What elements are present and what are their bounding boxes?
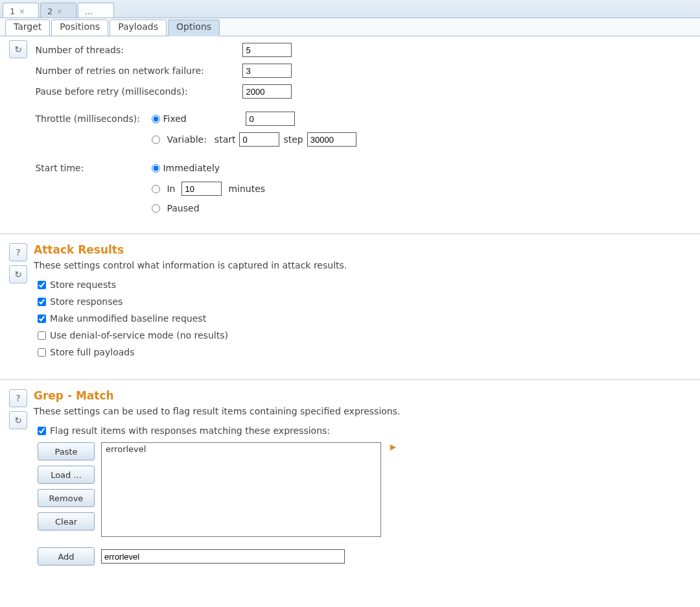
variable-start-input[interactable] xyxy=(239,132,279,147)
pause-input[interactable] xyxy=(242,84,292,99)
immediately-label: Immediately xyxy=(163,163,220,173)
step-label: step xyxy=(283,134,303,145)
store-responses-label: Store responses xyxy=(50,296,122,307)
grep-expressions-list[interactable]: errorlevel xyxy=(101,442,381,537)
session-tab-2[interactable]: 2× xyxy=(40,3,76,18)
starttime-label: Start time: xyxy=(35,163,152,173)
intruder-tabs: Target Positions Payloads Options xyxy=(0,18,700,36)
threads-label: Number of threads: xyxy=(35,45,242,55)
flag-items-checkbox[interactable] xyxy=(38,427,46,435)
tab-payloads[interactable]: Payloads xyxy=(110,19,167,36)
start-paused-radio[interactable] xyxy=(152,204,160,213)
start-label: start xyxy=(215,134,236,145)
close-icon[interactable]: × xyxy=(56,7,62,16)
tab-positions[interactable]: Positions xyxy=(51,19,108,36)
store-payloads-checkbox[interactable] xyxy=(38,348,46,357)
retries-input[interactable] xyxy=(242,64,292,78)
store-requests-checkbox[interactable] xyxy=(38,281,46,289)
in-label: In xyxy=(167,184,175,194)
throttle-fixed-radio[interactable] xyxy=(152,115,160,123)
clear-button[interactable]: Clear xyxy=(38,512,95,530)
session-tab-1[interactable]: 1× xyxy=(3,3,39,18)
tab-label: 2 xyxy=(47,6,52,16)
throttle-fixed-input[interactable] xyxy=(246,112,295,126)
start-immediately-radio[interactable] xyxy=(152,164,160,173)
pause-label: Pause before retry (milliseconds): xyxy=(35,86,242,97)
close-icon[interactable]: × xyxy=(19,7,25,16)
options-panel: ↻ Number of threads: Number of retries o… xyxy=(0,36,700,578)
start-in-radio[interactable] xyxy=(152,185,160,193)
paste-button[interactable]: Paste xyxy=(38,442,95,460)
list-item[interactable]: errorlevel xyxy=(102,443,380,455)
session-tabs: 1× 2× ... xyxy=(0,0,700,18)
grep-match-desc: These settings can be used to flag resul… xyxy=(34,406,700,416)
throttle-label: Throttle (milliseconds): xyxy=(35,113,152,124)
minutes-label: minutes xyxy=(228,184,265,194)
refresh-icon[interactable]: ↻ xyxy=(9,265,27,283)
refresh-icon[interactable]: ↻ xyxy=(9,40,27,58)
grep-match-title: Grep - Match xyxy=(34,389,700,402)
store-payloads-label: Store full payloads xyxy=(50,347,134,357)
retries-label: Number of retries on network failure: xyxy=(35,65,242,76)
help-icon[interactable]: ? xyxy=(9,389,27,407)
dos-mode-checkbox[interactable] xyxy=(38,331,46,340)
add-button[interactable]: Add xyxy=(38,547,95,565)
tab-target[interactable]: Target xyxy=(5,19,50,36)
flag-items-label: Flag result items with responses matchin… xyxy=(50,425,330,436)
paused-label: Paused xyxy=(167,203,199,213)
remove-button[interactable]: Remove xyxy=(38,489,95,507)
tab-options[interactable]: Options xyxy=(168,19,220,36)
store-responses-checkbox[interactable] xyxy=(38,298,46,306)
store-requests-label: Store requests xyxy=(50,280,116,290)
session-tab-new[interactable]: ... xyxy=(78,3,114,18)
request-engine-form: Number of threads: Number of retries on … xyxy=(30,40,683,218)
throttle-variable-radio[interactable] xyxy=(152,136,160,144)
load-button[interactable]: Load ... xyxy=(38,466,95,484)
fixed-label: Fixed xyxy=(163,113,246,124)
threads-input[interactable] xyxy=(242,43,292,57)
add-expression-input[interactable] xyxy=(101,549,345,564)
expand-icon[interactable]: ▶ xyxy=(390,442,396,451)
variable-label: Variable: xyxy=(167,134,206,145)
help-icon[interactable]: ? xyxy=(9,243,27,261)
tab-label: 1 xyxy=(10,6,15,16)
start-in-input[interactable] xyxy=(181,182,222,196)
tab-label: ... xyxy=(85,6,93,16)
baseline-request-checkbox[interactable] xyxy=(38,315,46,323)
variable-step-input[interactable] xyxy=(307,132,356,147)
refresh-icon[interactable]: ↻ xyxy=(9,411,27,429)
attack-results-desc: These settings control what information … xyxy=(34,260,700,270)
attack-results-title: Attack Results xyxy=(34,243,700,256)
baseline-request-label: Make unmodified baseline request xyxy=(50,313,206,324)
dos-mode-label: Use denial-of-service mode (no results) xyxy=(50,330,228,340)
